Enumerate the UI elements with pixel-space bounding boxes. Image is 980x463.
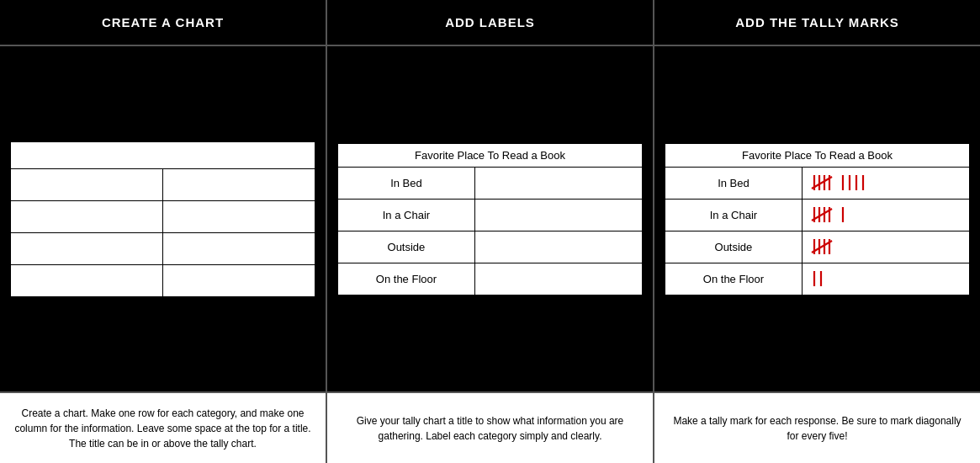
header-col2-label: ADD LABELS xyxy=(445,15,535,29)
header-col1-label: CREATE A CHART xyxy=(102,15,224,29)
data-in-chair xyxy=(474,199,642,231)
tally-outside-marks xyxy=(811,238,834,253)
tally-chart-area: Favorite Place To Read a Book In Bed xyxy=(665,56,970,381)
empty-row3-col2 xyxy=(163,232,315,264)
data-outside xyxy=(474,231,642,263)
table-row: In a Chair xyxy=(665,199,970,231)
tally-five-1 xyxy=(811,173,834,192)
panel-add-tally: Favorite Place To Read a Book In Bed xyxy=(654,46,980,391)
labels-chart-area: Favorite Place To Read a Book In Bed In … xyxy=(337,56,643,381)
tally-single-1 xyxy=(840,205,848,224)
empty-row1-col1 xyxy=(11,168,163,200)
footer-add-labels: Give your tally chart a title to show wh… xyxy=(327,393,654,463)
empty-row2-col2 xyxy=(163,200,315,232)
tally-singles-4 xyxy=(840,173,868,192)
tally-five-2 xyxy=(811,205,834,224)
table-row: On the Floor xyxy=(665,263,970,295)
table-row: Outside xyxy=(338,231,643,263)
header-create-chart: CREATE A CHART xyxy=(0,0,327,45)
footer-text2: Give your tally chart a title to show wh… xyxy=(341,413,639,444)
tally-two-marks xyxy=(811,269,826,288)
footer-row: Create a chart. Make one row for each ca… xyxy=(0,391,980,463)
footer-text3: Make a tally mark for each response. Be … xyxy=(668,413,967,444)
label-in-bed: In Bed xyxy=(338,167,475,199)
tally-label-in-bed: In Bed xyxy=(665,167,803,199)
tally-table: Favorite Place To Read a Book In Bed xyxy=(665,143,970,295)
labels-table: Favorite Place To Read a Book In Bed In … xyxy=(337,143,643,295)
tally-floor-marks xyxy=(811,270,826,285)
tally-in-bed-marks xyxy=(811,174,868,189)
tally-marks-outside xyxy=(802,231,969,263)
empty-title-cell xyxy=(11,141,315,168)
labels-title: Favorite Place To Read a Book xyxy=(338,143,643,167)
label-in-chair: In a Chair xyxy=(338,199,475,231)
panel-add-labels: Favorite Place To Read a Book In Bed In … xyxy=(327,46,654,391)
table-row: Outside xyxy=(665,231,970,263)
header-add-tally: ADD THE TALLY MARKS xyxy=(654,0,980,45)
tally-marks-in-chair xyxy=(802,199,969,231)
table-row: On the Floor xyxy=(338,263,643,295)
empty-row3-col1 xyxy=(11,232,163,264)
label-on-floor: On the Floor xyxy=(338,263,475,295)
footer-add-tally: Make a tally mark for each response. Be … xyxy=(654,393,980,463)
table-row: In Bed xyxy=(665,167,970,199)
tally-marks-in-bed xyxy=(802,167,969,199)
header-add-labels: ADD LABELS xyxy=(327,0,654,45)
footer-create-chart: Create a chart. Make one row for each ca… xyxy=(0,393,327,463)
table-row: In a Chair xyxy=(338,199,643,231)
empty-row1-col2 xyxy=(163,168,315,200)
empty-row4-col1 xyxy=(11,264,163,296)
data-in-bed xyxy=(474,167,642,199)
empty-chart-area xyxy=(10,56,315,381)
tally-title: Favorite Place To Read a Book xyxy=(665,143,970,167)
header-col3-label: ADD THE TALLY MARKS xyxy=(735,15,899,29)
tally-label-in-chair: In a Chair xyxy=(665,199,803,231)
empty-row2-col1 xyxy=(11,200,163,232)
main-row: Favorite Place To Read a Book In Bed In … xyxy=(0,46,980,391)
tally-label-on-floor: On the Floor xyxy=(665,263,803,295)
footer-text1: Create a chart. Make one row for each ca… xyxy=(13,406,312,451)
tally-in-chair-marks xyxy=(811,206,848,221)
tally-label-outside: Outside xyxy=(665,231,803,263)
data-on-floor xyxy=(474,263,642,295)
empty-row4-col2 xyxy=(163,264,315,296)
tally-marks-on-floor xyxy=(802,263,969,295)
table-row: In Bed xyxy=(338,167,643,199)
empty-chart-table xyxy=(10,141,315,297)
header-row: CREATE A CHART ADD LABELS ADD THE TALLY … xyxy=(0,0,980,46)
label-outside: Outside xyxy=(338,231,475,263)
tally-five-3 xyxy=(811,237,834,256)
panel-create-chart xyxy=(0,46,327,391)
